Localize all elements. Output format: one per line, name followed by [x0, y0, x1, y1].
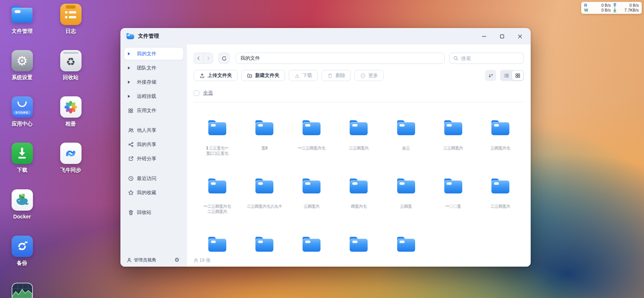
docker-whale-icon: [12, 189, 33, 211]
folder-grid: 1二三五七一五(二)三五七 五8 一二三四五六七 二三四五六: [194, 106, 524, 254]
folder-item[interactable]: 三四五六七: [477, 106, 524, 164]
folder-item[interactable]: 五8: [241, 106, 288, 164]
window-titlebar[interactable]: 文件管理: [120, 28, 531, 44]
store-badge: STORE: [13, 111, 31, 115]
desktop-icon-fn-sync[interactable]: 飞牛同步: [48, 143, 93, 174]
sidebar-item-app-files[interactable]: 应用文件: [124, 105, 183, 117]
new-folder-icon: [247, 73, 252, 78]
navigation-toolbar: [194, 53, 524, 64]
folder-item[interactable]: 四五六七: [335, 164, 382, 223]
status-bar: 共 19 项: [194, 254, 524, 267]
minimize-button[interactable]: [479, 31, 489, 41]
desktop-icon-downloads[interactable]: 下载: [0, 143, 45, 174]
desktop-icon-app-center[interactable]: STORE 应用中心: [0, 96, 45, 127]
delete-button[interactable]: 删除: [322, 70, 351, 81]
folder-icon: [491, 120, 509, 135]
folder-item[interactable]: [288, 223, 335, 254]
path-input[interactable]: [236, 53, 445, 64]
folder-name: 二三四五六: [349, 146, 369, 151]
sidebar-item-shared-by-others[interactable]: 他人共享: [124, 124, 183, 136]
sidebar-item-my-files[interactable]: 我的文件: [124, 48, 183, 60]
more-button[interactable]: 更多: [355, 70, 384, 81]
button-label: 新建文件夹: [255, 72, 279, 79]
list-view-button[interactable]: [501, 71, 512, 80]
folder-item[interactable]: 一〇〇五: [430, 164, 477, 223]
refresh-button[interactable]: [218, 53, 230, 64]
search-input[interactable]: [461, 56, 520, 61]
select-all-checkbox[interactable]: [194, 90, 199, 96]
desktop-icon-label: 相册: [65, 121, 76, 127]
external-share-icon: [128, 156, 137, 162]
desktop-icon-label: 文件管理: [12, 28, 33, 35]
folder-name: 二三四五六: [491, 204, 510, 209]
desktop-icon-recycle-bin[interactable]: ♻ 回收站: [48, 50, 93, 81]
desktop-icon-system-settings[interactable]: ⚙ 系统设置: [0, 50, 45, 81]
grid-view-button[interactable]: [512, 71, 523, 80]
folder-icon: [303, 179, 321, 193]
folder-item[interactable]: [335, 223, 382, 254]
grid-icon: [128, 108, 137, 114]
folder-name: 二三四五六: [444, 146, 463, 151]
desktop-icon-monitor-partial[interactable]: [0, 283, 45, 298]
sidebar-item-external-storage[interactable]: 外接存储: [124, 76, 183, 88]
caret-right-icon: [128, 66, 137, 69]
folder-icon: [255, 179, 273, 193]
folder-item[interactable]: 1二三五七一五(二)三五七: [194, 106, 241, 164]
more-circle-icon: [360, 73, 366, 78]
content-divider: [194, 102, 524, 102]
sidebar-item-external-links[interactable]: 外链分享: [124, 153, 183, 165]
folder-item[interactable]: 二三四五六: [335, 106, 382, 164]
folder-item[interactable]: 二三四五六: [430, 106, 477, 164]
forward-button[interactable]: [203, 53, 213, 63]
close-button[interactable]: [515, 31, 525, 41]
settings-gear-button[interactable]: ⚙: [172, 256, 182, 264]
folder-icon: [208, 179, 226, 193]
sidebar-item-team-files[interactable]: 团队文件: [124, 62, 183, 74]
desktop-icon-label: 备份: [17, 260, 27, 267]
desktop-icon-file-manager[interactable]: 文件管理: [0, 4, 45, 35]
folder-item[interactable]: 一二三四五六七: [288, 106, 335, 164]
folder-item[interactable]: [194, 223, 241, 254]
admin-view-label[interactable]: 管理员视角: [134, 257, 156, 263]
desktop-icon-logs[interactable]: 日志: [48, 4, 93, 35]
sidebar-item-recent[interactable]: 最近访问: [124, 173, 183, 184]
desktop-icon-backup[interactable]: 备份: [0, 236, 45, 267]
upload-folder-button[interactable]: 上传文件夹: [194, 70, 237, 81]
sidebar-item-label: 我的文件: [137, 50, 156, 57]
sidebar-item-remote-mount[interactable]: 远程挂载: [124, 90, 183, 102]
admin-person-icon: [126, 257, 134, 263]
sidebar-item-recycle-bin[interactable]: 回收站: [124, 207, 183, 218]
folder-item[interactable]: 众三: [383, 106, 430, 164]
maximize-button[interactable]: [497, 31, 507, 41]
new-folder-button[interactable]: 新建文件夹: [241, 70, 285, 81]
sidebar-item-my-shares[interactable]: 我的共享: [124, 139, 183, 150]
sort-button[interactable]: [485, 70, 496, 81]
folder-item[interactable]: [241, 223, 288, 254]
folder-icon: [444, 179, 462, 193]
folder-item[interactable]: [383, 223, 430, 254]
folder-item[interactable]: 二三四五六: [477, 164, 524, 223]
sidebar-item-favorites[interactable]: 我的收藏: [124, 187, 183, 199]
download-arrow-icon: [612, 8, 617, 12]
download-button[interactable]: 下载: [289, 70, 318, 81]
network-speed-widget[interactable]: R 0 B/s 0 B/s W 0 B/s 7.7KB/s: [581, 2, 642, 14]
select-all-label[interactable]: 全选: [203, 90, 213, 96]
back-button[interactable]: [194, 53, 203, 63]
folder-name: 一二三四五六七: [298, 146, 326, 151]
folder-name: 五8: [261, 146, 267, 151]
upload-arrow-icon: [612, 3, 617, 7]
folder-item[interactable]: 二三四五六七八九十: [241, 164, 288, 223]
desktop-icon-photos[interactable]: 相册: [48, 96, 93, 127]
folder-item[interactable]: 三四五: [383, 164, 430, 223]
trash-icon: [128, 209, 137, 215]
download-icon: [294, 73, 300, 78]
sidebar: 我的文件 团队文件 外接存储 远程挂载 应用文件: [120, 44, 187, 267]
desktop: 文件管理 日志 ⚙ 系统设置 ♻ 回收站 STORE 应用中心: [0, 0, 644, 298]
desktop-icon-docker[interactable]: Docker: [0, 189, 45, 220]
share-nodes-icon: [128, 142, 137, 148]
folder-icon: [350, 237, 368, 252]
button-label: 上传文件夹: [208, 72, 232, 79]
folder-icon: [255, 120, 273, 135]
folder-item[interactable]: 一二三四五六七二三四五六: [194, 164, 241, 223]
folder-item[interactable]: 三四五六: [288, 164, 335, 223]
